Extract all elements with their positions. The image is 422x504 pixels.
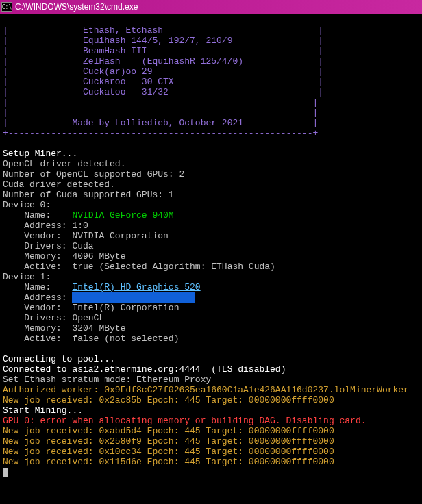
banner-line: | |: [3, 108, 318, 118]
pool-job: New job received: 0x2580f9 Epoch: 445 Ta…: [3, 436, 334, 446]
device1-header: Device 1:: [3, 272, 51, 282]
banner-line: | BeamHash III |: [3, 46, 323, 56]
device1-memory: Memory: 3204 MByte: [3, 323, 125, 333]
cursor: [3, 468, 8, 477]
opencl-detect: OpenCL driver detected.: [3, 159, 125, 169]
banner-line: | Cuckaroo 30 CTX |: [3, 77, 323, 87]
console-output: | Ethash, Etchash | | Equihash 144/5, 19…: [0, 14, 422, 479]
banner-line: | Equihash 144/5, 192/7, 210/9 |: [3, 36, 323, 46]
banner-line: | Cuck(ar)oo 29 |: [3, 66, 323, 77]
setup-header: Setup Miner...: [3, 149, 77, 159]
window-titlebar[interactable]: C:\ C:\WINDOWS\system32\cmd.exe: [0, 0, 422, 14]
pool-job: New job received: 0x10cc34 Epoch: 445 Ta…: [3, 446, 334, 457]
device0-name: Name: NVIDIA GeForce 940M: [3, 210, 174, 220]
device0-memory: Memory: 4096 MByte: [3, 251, 125, 262]
cuda-count: Number of Cuda supported GPUs: 1: [3, 190, 174, 200]
pool-job: New job received: 0x115d6e Epoch: 445 Ta…: [3, 457, 334, 467]
pool-job: New job received: 0xabd5d4 Epoch: 445 Ta…: [3, 426, 334, 436]
device1-active: Active: false (not selected): [3, 333, 179, 344]
device1-name: Name: Intel(R) HD Graphics 520: [3, 282, 201, 292]
device1-drivers: Drivers: OpenCL: [3, 313, 104, 323]
device1-vendor: Vendor: Intel(R) Corporation: [3, 303, 179, 313]
pool-connecting: Connecting to pool...: [3, 354, 115, 364]
device0-header: Device 0:: [3, 200, 51, 210]
pool-auth: Authorized worker: 0x9Fdf8cC27f02635ea16…: [3, 385, 409, 395]
cmd-icon: C:\: [1, 2, 12, 12]
device0-drivers: Drivers: Cuda: [3, 241, 94, 251]
pool-start: Start Mining...: [3, 405, 83, 416]
banner-line: | Ethash, Etchash |: [3, 25, 323, 36]
banner-divider: +---------------------------------------…: [3, 128, 318, 138]
pool-connected: Connected to asia2.ethermine.org:4444 (T…: [3, 364, 286, 375]
banner-credit: | Made by Lolliedieb, October 2021 |: [3, 118, 318, 128]
device0-active: Active: true (Selected Algorithm: ETHash…: [3, 262, 275, 272]
banner-line: | ZelHash (EquihashR 125/4/0) |: [3, 56, 323, 66]
device0-vendor: Vendor: NVIDIA Corporation: [3, 231, 169, 241]
pool-error: GPU 0: error when allocating memory or b…: [3, 416, 367, 426]
device1-address: Address:: [3, 292, 195, 303]
cuda-detect: Cuda driver detected.: [3, 179, 115, 190]
opencl-count: Number of OpenCL supported GPUs: 2: [3, 169, 184, 179]
banner-line: | |: [3, 97, 318, 108]
device0-address: Address: 1:0: [3, 220, 88, 231]
window-title: C:\WINDOWS\system32\cmd.exe: [15, 2, 138, 12]
pool-job: New job received: 0x2ac85b Epoch: 445 Ta…: [3, 395, 334, 405]
banner-line: | Cuckatoo 31/32 |: [3, 87, 323, 97]
pool-mode: Set Ethash stratum mode: Ethereum Proxy: [3, 375, 211, 385]
